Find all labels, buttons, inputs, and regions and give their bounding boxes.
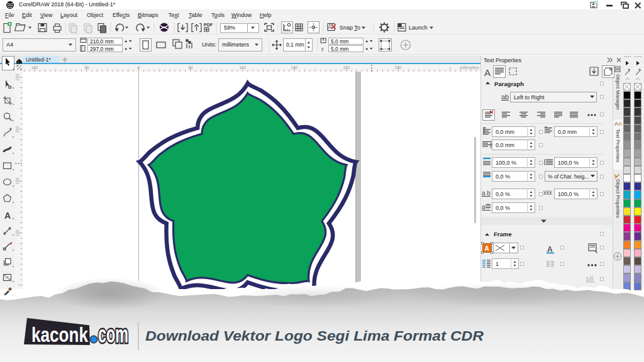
svg-text:kaconk: kaconk	[31, 322, 88, 346]
svg-text:Download Vektor Logo Segi Lima: Download Vektor Logo Segi Lima Format CD…	[145, 328, 484, 344]
svg-text:com: com	[98, 321, 128, 348]
